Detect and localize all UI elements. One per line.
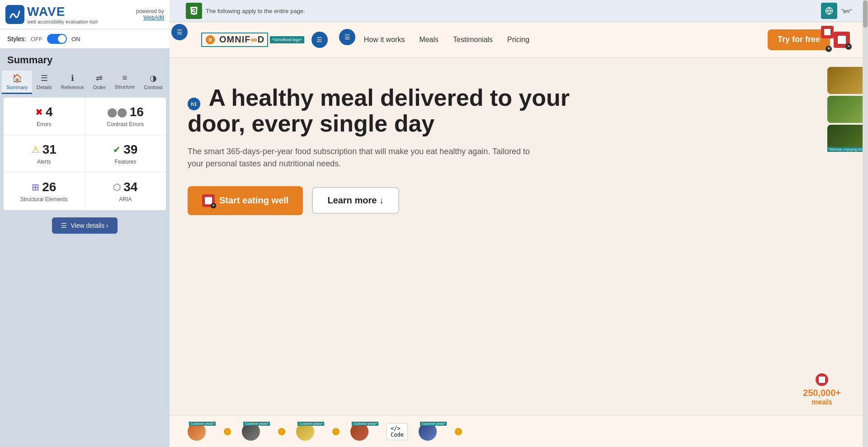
webaim-link[interactable]: WebAIM	[143, 14, 164, 21]
stats-grid: ✖ 4 Errors ⬤⬤ 16 Contrast Errors ⚠ 31 Al…	[4, 98, 166, 210]
meals-error-badge	[816, 373, 828, 386]
customer-2: Customer photo*	[242, 423, 260, 441]
wave-bar-text: The following apply to the entire page:	[206, 8, 305, 14]
h1-wave-badge: h1	[188, 98, 200, 110]
alert-icon: ⚠	[32, 144, 40, 155]
alert-badge-3: !	[332, 428, 340, 435]
wave-extra-icon[interactable]: ✕	[834, 32, 850, 48]
logo-wave-tag: *Omnifood logo*	[270, 36, 304, 43]
lang-tag: "en"	[841, 8, 852, 14]
start-btn-error-badge: ✕	[211, 203, 216, 208]
errors-count: 4	[46, 105, 53, 119]
tab-contrast-label: Contrast	[144, 85, 163, 90]
styles-off-label: OFF	[31, 36, 42, 42]
tab-summary[interactable]: 🏠 Summary	[2, 71, 32, 94]
start-btn-label: Start eating well	[219, 195, 288, 206]
nav-meals[interactable]: Meals	[419, 36, 439, 44]
main-content: The following apply to the entire page: …	[170, 0, 868, 447]
wave-nav-icon-1[interactable]: ☰	[171, 24, 188, 40]
tab-order-label: Order	[93, 85, 105, 90]
customer-5: Customer photo*	[419, 423, 437, 441]
wave-powered-by: powered by WebAIM	[136, 8, 164, 21]
contrast-error-icon: ⬤⬤	[107, 107, 127, 118]
nav-pricing[interactable]: Pricing	[507, 36, 529, 44]
stat-aria[interactable]: ⬡ 34 ARIA	[85, 173, 166, 210]
alerts-count: 31	[42, 142, 57, 157]
svg-rect-3	[205, 197, 212, 204]
svg-rect-4	[819, 376, 825, 383]
extra-icon-badge: ✕	[845, 43, 852, 50]
wave-logo: WAVE web accessibility evaluation tool	[5, 5, 98, 24]
wave-logo-icon	[5, 5, 24, 24]
tab-details[interactable]: ☰ Details	[32, 71, 57, 94]
powered-by-text: powered by	[136, 8, 164, 14]
tab-order[interactable]: ⇌ Order	[88, 71, 110, 94]
hero-section: h1 A healthy meal delivered to your door…	[170, 58, 868, 415]
nav-testimonials[interactable]: Testimonials	[453, 36, 493, 44]
hero-description: The smart 365-days-per-year food subscri…	[188, 146, 531, 170]
collage-img-2	[827, 96, 868, 123]
stat-contrast-errors[interactable]: ⬤⬤ 16 Contrast Errors	[85, 98, 166, 135]
features-count: 39	[123, 142, 137, 157]
styles-label: Styles:	[7, 35, 26, 42]
stat-errors[interactable]: ✖ 4 Errors	[4, 98, 85, 135]
svg-rect-2	[838, 36, 846, 44]
styles-bar: Styles: OFF ON	[0, 29, 170, 49]
structural-icon: ⊞	[32, 182, 39, 193]
error-icon: ✖	[35, 107, 43, 118]
alerts-label: Alerts	[37, 159, 51, 165]
view-details-button[interactable]: ☰ View details ›	[52, 217, 117, 234]
brand-text: OMNIF∞D	[219, 34, 264, 45]
nav-how-it-works[interactable]: How it works	[364, 36, 405, 44]
collage-img-alt-tag: *Woman enjoying food, meals in storage c…	[827, 147, 868, 152]
stat-structural[interactable]: ⊞ 26 Structural Elements	[4, 173, 85, 210]
collage-img-1	[827, 67, 868, 94]
tab-reference-label: Reference	[61, 85, 84, 90]
hero-image-collage: *Woman enjoying food, meals in storage c…	[814, 67, 868, 152]
scrollbar[interactable]	[863, 0, 868, 447]
wave-subtitle: web accessibility evaluation tool	[27, 19, 98, 24]
scrollbar-thumb[interactable]	[863, 0, 868, 28]
hero-heading: h1 A healthy meal delivered to your door…	[188, 85, 594, 136]
wave-nav-bar: ☰	[339, 29, 355, 45]
wave-sidebar: WAVE web accessibility evaluation tool p…	[0, 0, 170, 447]
wave-css-icon[interactable]	[186, 3, 202, 19]
collage-img-3: *Woman enjoying food, meals in storage c…	[827, 125, 868, 152]
list-icon: ☰	[41, 73, 48, 83]
meals-count-text: 250,000+	[803, 388, 841, 398]
structure-icon: ≡	[123, 73, 127, 83]
tab-reference[interactable]: ℹ Reference	[57, 71, 89, 94]
summary-title: Summary	[0, 49, 170, 68]
wave-eval-bar: The following apply to the entire page: …	[170, 0, 868, 22]
order-icon: ⇌	[96, 73, 103, 83]
stat-features[interactable]: ✔ 39 Features	[85, 135, 166, 173]
hero-h1-text: A healthy meal delivered to your door, e…	[188, 85, 570, 136]
wave-title-block: WAVE web accessibility evaluation tool	[27, 5, 98, 24]
aria-count: 34	[123, 180, 137, 194]
learn-more-button[interactable]: Learn more ↓	[312, 187, 399, 214]
contrast-errors-label: Contrast Errors	[107, 121, 144, 127]
wave-lang-icon[interactable]	[821, 3, 837, 19]
learn-btn-label: Learn more ↓	[327, 195, 383, 205]
wave-customer-tag-2: Customer photo*	[243, 422, 270, 426]
alert-badge-5: !	[455, 428, 462, 435]
try-free-button[interactable]: Try for free ✕	[768, 29, 830, 50]
contrast-errors-count: 16	[130, 105, 144, 119]
features-label: Features	[115, 159, 136, 165]
nav-menu-icon[interactable]: ☰	[311, 32, 328, 48]
tab-structure[interactable]: ≡ Structure	[110, 71, 140, 94]
styles-on-label: ON	[71, 36, 80, 42]
start-eating-well-button[interactable]: ✕ Start eating well	[188, 186, 303, 215]
tab-contrast[interactable]: ◑ Contrast	[139, 71, 167, 94]
home-icon: 🏠	[12, 73, 22, 83]
wave-nav-icon-top[interactable]: ☰	[339, 29, 355, 45]
stat-alerts[interactable]: ⚠ 31 Alerts	[4, 135, 85, 173]
contrast-icon: ◑	[150, 73, 157, 83]
styles-toggle[interactable]	[47, 34, 67, 44]
customer-4: Customer photo*	[350, 423, 368, 441]
hero-buttons: ✕ Start eating well Learn more ↓	[188, 186, 850, 215]
try-free-wave-icon	[821, 26, 834, 38]
alert-badge-1: !	[224, 428, 231, 435]
wave-header: WAVE web accessibility evaluation tool p…	[0, 0, 170, 29]
alert-badge-2: !	[278, 428, 285, 435]
